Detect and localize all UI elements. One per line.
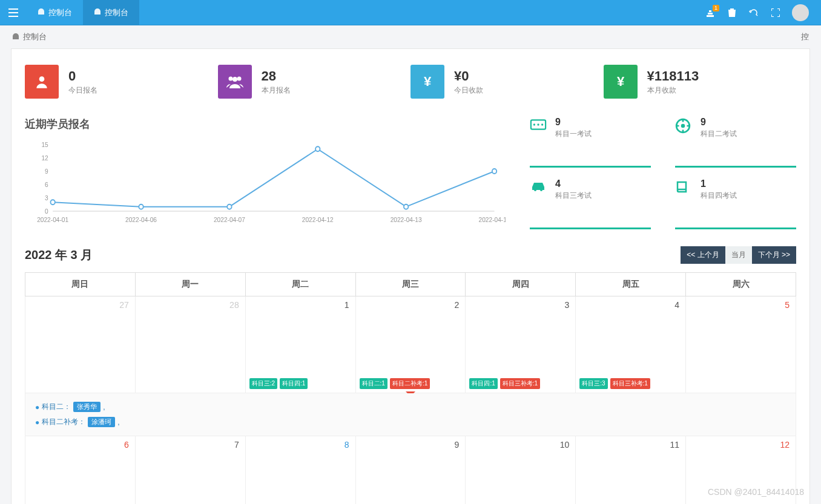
svg-text:0: 0	[45, 208, 48, 215]
svg-text:12: 12	[41, 154, 48, 162]
current-month-button[interactable]: 当月	[725, 246, 752, 264]
svg-text:2022-04-06: 2022-04-06	[125, 216, 157, 223]
day-number: 28	[229, 300, 239, 310]
weekday-header: 周日	[25, 273, 136, 296]
weekday-header: 周四	[466, 273, 576, 296]
exam-label: 科目四考试	[701, 191, 737, 201]
notifications-icon[interactable]: 1	[705, 7, 716, 18]
calendar-event[interactable]: 科目三:3	[579, 378, 607, 389]
calendar-cell[interactable]: 12	[686, 436, 796, 505]
tab-console-2[interactable]: 控制台	[83, 0, 139, 25]
exam-item[interactable]: 1 科目四考试	[675, 178, 796, 229]
calendar-cell[interactable]: 8	[245, 436, 355, 505]
svg-point-6	[232, 77, 237, 82]
calendar-cell[interactable]: 7	[135, 436, 245, 505]
stat-label: 本月收款	[647, 85, 699, 96]
calendar-cell[interactable]: 4科目三:3科目三补考:1	[576, 296, 686, 393]
person-chip[interactable]: 张秀华	[73, 402, 101, 412]
stat-value: 28	[262, 68, 291, 84]
weekday-header: 周六	[686, 273, 796, 296]
stat-icon: ¥	[604, 65, 638, 99]
weekday-header: 周二	[245, 273, 355, 296]
calendar-cell[interactable]: 11	[576, 436, 686, 505]
line-chart: 036912152022-04-012022-04-062022-04-0720…	[25, 139, 506, 229]
calendar-cell[interactable]: 27	[25, 296, 136, 393]
svg-text:2022-04-07: 2022-04-07	[214, 216, 245, 223]
svg-point-22	[315, 146, 320, 151]
svg-text:2022-04-14: 2022-04-14	[479, 216, 506, 223]
stat-icon: ¥	[410, 65, 444, 99]
calendar-event[interactable]: 科目三补考:1	[500, 378, 540, 389]
tab-label: 控制台	[48, 7, 72, 18]
calendar-event[interactable]: 科目二:1	[360, 378, 387, 389]
calendar-event[interactable]: 科目三补考:1	[610, 378, 650, 389]
person-chip[interactable]: 涂潘珂	[88, 417, 115, 427]
exam-value: 1	[701, 178, 737, 189]
svg-rect-2	[709, 10, 711, 12]
svg-text:2022-04-13: 2022-04-13	[391, 216, 422, 223]
svg-rect-1	[708, 13, 713, 15]
exam-icon	[675, 180, 692, 194]
chart-section: 近期学员报名 036912152022-04-012022-04-062022-…	[25, 117, 506, 229]
exam-value: 9	[701, 117, 737, 128]
svg-point-4	[228, 77, 232, 81]
calendar-cell[interactable]: 6	[25, 436, 136, 505]
weekday-header: 周三	[355, 273, 466, 296]
fullscreen-icon[interactable]	[770, 7, 781, 18]
calendar-cell[interactable]: 10	[466, 436, 576, 505]
svg-text:¥: ¥	[424, 74, 432, 89]
exam-item[interactable]: 4 科目三考试	[530, 178, 651, 229]
stat-item: ¥ ¥0 今日收款	[410, 60, 604, 103]
day-number: 8	[345, 440, 349, 450]
calendar-event[interactable]: 科目四:1	[469, 378, 497, 389]
calendar-event[interactable]: 科目二补考:1	[390, 378, 430, 389]
breadcrumb-label: 控制台	[23, 31, 47, 42]
svg-point-31	[541, 123, 543, 125]
exam-icon	[675, 118, 692, 133]
svg-point-29	[533, 123, 535, 125]
exam-grid: 9 科目一考试 9 科目二考试 4 科目三考试 1 科目四考试	[530, 117, 796, 229]
bars-icon	[8, 8, 18, 17]
day-number: 4	[674, 300, 679, 310]
svg-point-18	[139, 205, 143, 209]
calendar-cell[interactable]: 28	[135, 296, 245, 393]
exam-item[interactable]: 9 科目二考试	[675, 117, 796, 168]
exam-item[interactable]: 9 科目一考试	[530, 117, 651, 168]
day-number: 11	[670, 440, 679, 450]
svg-point-5	[237, 77, 241, 81]
refresh-icon[interactable]	[748, 7, 759, 18]
calendar-cell[interactable]: 3科目四:1科目三补考:1	[466, 296, 576, 393]
day-number: 6	[124, 440, 129, 450]
avatar[interactable]	[792, 4, 809, 21]
tab-console-1[interactable]: 控制台	[27, 0, 83, 25]
calendar-cell[interactable]: 2科目二:1科目二补考:1	[355, 296, 466, 393]
stat-icon	[218, 65, 252, 99]
stat-item: 0 今日报名	[25, 60, 218, 103]
exam-value: 4	[555, 178, 592, 189]
exam-label: 科目一考试	[555, 129, 592, 139]
stat-label: 今日收款	[454, 85, 483, 96]
weekday-header: 周五	[576, 273, 686, 296]
calendar-title: 2022 年 3 月	[25, 247, 93, 263]
breadcrumb-right: 控	[801, 31, 809, 42]
stat-value: ¥0	[454, 68, 483, 84]
calendar-event[interactable]: 科目三:2	[249, 378, 277, 389]
exam-label: 科目三考试	[555, 191, 592, 201]
bullet-icon: ●	[35, 418, 39, 427]
prev-month-button[interactable]: << 上个月	[681, 246, 725, 264]
dashboard-card: 0 今日报名 28 本月报名 ¥ ¥0 今日收款 ¥ ¥118113 本月收款 …	[11, 48, 810, 504]
calendar-cell[interactable]: 9	[355, 436, 466, 505]
svg-text:3: 3	[45, 194, 48, 201]
detail-line: ●科目二：张秀华,	[35, 399, 786, 414]
calendar-cell[interactable]: 1科目三:2科目四:1	[245, 296, 355, 393]
next-month-button[interactable]: 下个月 >>	[752, 246, 796, 264]
calendar-cell[interactable]: 5	[686, 296, 796, 393]
svg-point-16	[50, 200, 54, 205]
calendar-event[interactable]: 科目四:1	[280, 378, 308, 389]
chart-title: 近期学员报名	[25, 117, 506, 131]
menu-toggle[interactable]	[0, 0, 27, 25]
topbar-right: 1	[705, 4, 821, 21]
trash-icon[interactable]	[727, 7, 737, 18]
svg-point-3	[39, 76, 45, 82]
svg-text:6: 6	[45, 181, 48, 188]
